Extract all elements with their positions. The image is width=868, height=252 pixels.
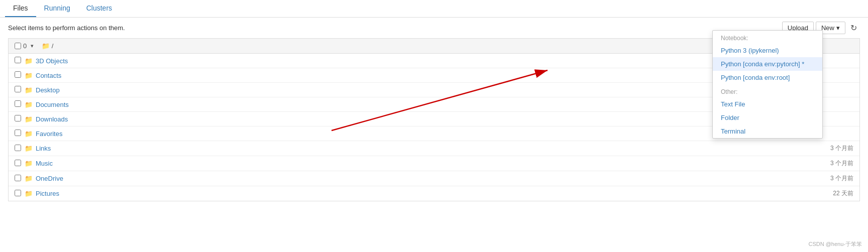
file-name[interactable]: Links xyxy=(36,145,813,152)
table-row: 📁 Pictures 22 天前 xyxy=(9,186,859,201)
row-checkbox[interactable] xyxy=(15,100,25,108)
row-check-input[interactable] xyxy=(15,175,21,181)
file-name[interactable]: Music xyxy=(36,160,813,167)
folder-icon: 📁 xyxy=(25,130,33,138)
tab-files[interactable]: Files xyxy=(5,0,36,17)
select-dropdown-arrow[interactable]: ▾ xyxy=(29,42,36,50)
folder-icon: 📁 xyxy=(25,145,33,152)
tab-bar: Files Running Clusters xyxy=(0,0,868,18)
row-check-input[interactable] xyxy=(15,115,21,121)
tab-running[interactable]: Running xyxy=(36,0,78,17)
tab-clusters[interactable]: Clusters xyxy=(78,0,120,17)
file-name[interactable]: Favorites xyxy=(36,130,813,138)
new-label: New xyxy=(821,24,834,32)
new-dropdown-menu: Notebook: Python 3 (ipykernel) Python [c… xyxy=(712,30,823,139)
file-name[interactable]: OneDrive xyxy=(36,175,813,182)
file-date: 3 个月前 xyxy=(813,144,853,153)
row-checkbox[interactable] xyxy=(15,190,25,198)
table-row: 📁 Music 3 个月前 xyxy=(9,156,859,171)
folder-icon: 📁 xyxy=(25,115,33,123)
row-check-input[interactable] xyxy=(15,57,21,63)
row-checkbox[interactable] xyxy=(15,145,25,153)
folder-icon: 📁 xyxy=(25,72,33,79)
dropdown-item-root[interactable]: Python [conda env:root] xyxy=(713,71,822,84)
dropdown-item-python3[interactable]: Python 3 (ipykernel) xyxy=(713,44,822,57)
row-check-input[interactable] xyxy=(15,71,21,78)
new-dropdown-arrow: ▾ xyxy=(836,24,840,32)
file-date: 3 个月前 xyxy=(813,174,853,183)
row-checkbox[interactable] xyxy=(15,160,25,168)
file-name[interactable]: 3D Objects xyxy=(36,57,813,65)
dropdown-item-folder[interactable]: Folder xyxy=(713,111,822,124)
row-checkbox[interactable] xyxy=(15,71,25,79)
file-name[interactable]: Pictures xyxy=(36,190,813,197)
toolbar-hint: Select items to perform actions on them. xyxy=(8,24,125,32)
dropdown-item-pytorch[interactable]: Python [conda env:pytorch] * xyxy=(713,57,822,71)
row-checkbox[interactable] xyxy=(15,175,25,183)
notebook-section-label: Notebook: xyxy=(713,31,822,44)
file-name[interactable]: Documents xyxy=(36,101,813,108)
row-checkbox[interactable] xyxy=(15,130,25,138)
row-checkbox[interactable] xyxy=(15,86,25,94)
row-check-input[interactable] xyxy=(15,100,21,107)
row-checkbox[interactable] xyxy=(15,115,25,123)
folder-icon: 📁 xyxy=(25,101,33,108)
folder-icon: 📁 xyxy=(42,42,50,50)
table-row: 📁 Links 3 个月前 xyxy=(9,141,859,156)
path-text: / xyxy=(52,42,54,50)
dropdown-item-terminal[interactable]: Terminal xyxy=(713,124,822,138)
file-date: 22 天前 xyxy=(813,189,853,198)
file-name[interactable]: Contacts xyxy=(36,72,813,79)
folder-icon: 📁 xyxy=(25,190,33,197)
row-check-input[interactable] xyxy=(15,160,21,166)
folder-icon: 📁 xyxy=(25,175,33,182)
other-section-label: Other: xyxy=(713,84,822,97)
table-row: 📁 OneDrive 3 个月前 xyxy=(9,171,859,186)
file-name[interactable]: Downloads xyxy=(36,115,813,123)
selected-count: 0 xyxy=(23,42,27,50)
folder-icon: 📁 xyxy=(25,86,33,94)
row-check-input[interactable] xyxy=(15,130,21,136)
row-check-input[interactable] xyxy=(15,145,21,151)
dropdown-item-textfile[interactable]: Text File xyxy=(713,97,822,111)
refresh-button[interactable]: ↻ xyxy=(847,22,860,34)
row-check-input[interactable] xyxy=(15,190,21,196)
file-name[interactable]: Desktop xyxy=(36,86,813,94)
row-checkbox[interactable] xyxy=(15,57,25,65)
file-date: 3 个月前 xyxy=(813,159,853,168)
path-label: 📁 / xyxy=(42,42,53,50)
folder-icon: 📁 xyxy=(25,57,33,65)
select-all-checkbox[interactable] xyxy=(15,43,21,49)
row-check-input[interactable] xyxy=(15,86,21,92)
select-all-area[interactable]: 0 ▾ xyxy=(15,42,36,50)
folder-icon: 📁 xyxy=(25,160,33,167)
